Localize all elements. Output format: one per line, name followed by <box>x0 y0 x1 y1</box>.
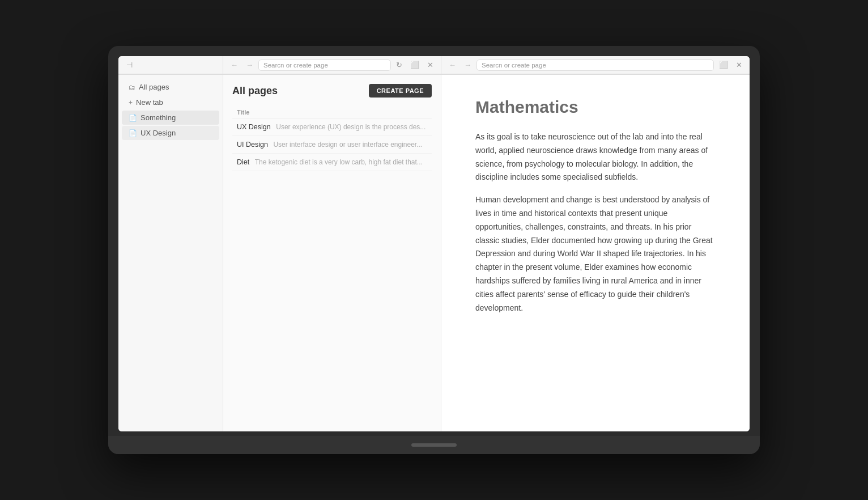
article-body: As its goal is to take neuroscience out … <box>475 130 716 315</box>
article-title: Mathematics <box>475 98 716 117</box>
right-search-bar[interactable]: Searcn or create page <box>476 60 714 71</box>
article-paragraph-1: As its goal is to take neuroscience out … <box>475 130 716 184</box>
laptop-screen: ⊣ ← → Searcn or create page ↻ ⬜ ✕ ← → <box>118 56 750 431</box>
create-page-button[interactable]: CREATE PAGE <box>369 84 432 98</box>
left-forward-button[interactable]: → <box>243 59 256 71</box>
table-cell-ui-design: UI Design User interface design or user … <box>232 136 432 154</box>
pages-table: Title UX Design User experience (UX) des… <box>232 107 432 171</box>
table-row[interactable]: UX Design User experience (UX) design is… <box>232 118 432 136</box>
all-pages-title: All pages <box>232 85 278 97</box>
laptop-notch <box>411 443 457 447</box>
right-expand-button[interactable]: ⬜ <box>716 59 731 71</box>
right-close-button[interactable]: ✕ <box>733 59 745 71</box>
left-back-button[interactable]: ← <box>228 59 241 71</box>
left-expand-button[interactable]: ⬜ <box>407 59 422 71</box>
all-pages-header: All pages CREATE PAGE <box>232 84 432 98</box>
right-back-button[interactable]: ← <box>446 59 459 71</box>
sidebar-item-ux-design[interactable]: 📄 UX Design <box>122 126 219 140</box>
table-row[interactable]: UI Design User interface design or user … <box>232 136 432 154</box>
left-refresh-button[interactable]: ↻ <box>393 59 405 71</box>
sidebar-item-new-tab[interactable]: + New tab <box>122 95 219 109</box>
right-forward-button[interactable]: → <box>461 59 474 71</box>
folder-icon: 🗂 <box>129 83 135 91</box>
right-pane: Mathematics As its goal is to take neuro… <box>441 75 750 431</box>
browser-content-area: 🗂 All pages + New tab 📄 Something 📄 UX D… <box>118 75 750 431</box>
left-close-button[interactable]: ✕ <box>424 59 436 71</box>
page-icon-something: 📄 <box>129 114 137 122</box>
article-paragraph-2: Human development and change is best und… <box>475 193 716 315</box>
laptop-frame: ⊣ ← → Searcn or create page ↻ ⬜ ✕ ← → <box>108 46 760 454</box>
browser-chrome: ⊣ ← → Searcn or create page ↻ ⬜ ✕ ← → <box>118 56 750 75</box>
left-pane: All pages CREATE PAGE Title <box>223 75 441 431</box>
article-content: Mathematics As its goal is to take neuro… <box>441 75 750 431</box>
table-cell-diet: Diet The ketogenic diet is a very low ca… <box>232 154 432 171</box>
laptop-bottom-bar <box>108 436 760 454</box>
left-search-bar[interactable]: Searcn or create page <box>258 60 391 71</box>
sidebar-item-something[interactable]: 📄 Something <box>122 111 219 125</box>
page-icon-ux-design: 📄 <box>129 129 137 137</box>
main-pane: All pages CREATE PAGE Title <box>223 75 750 431</box>
all-pages-content: All pages CREATE PAGE Title <box>223 75 441 431</box>
table-column-title: Title <box>232 107 432 118</box>
plus-icon: + <box>129 99 133 107</box>
sidebar-collapse-button[interactable]: ⊣ <box>124 60 135 70</box>
sidebar-item-all-pages[interactable]: 🗂 All pages <box>122 80 219 94</box>
table-row[interactable]: Diet The ketogenic diet is a very low ca… <box>232 154 432 171</box>
table-cell-ux-design: UX Design User experience (UX) design is… <box>232 118 432 136</box>
sidebar: 🗂 All pages + New tab 📄 Something 📄 UX D… <box>118 75 223 431</box>
